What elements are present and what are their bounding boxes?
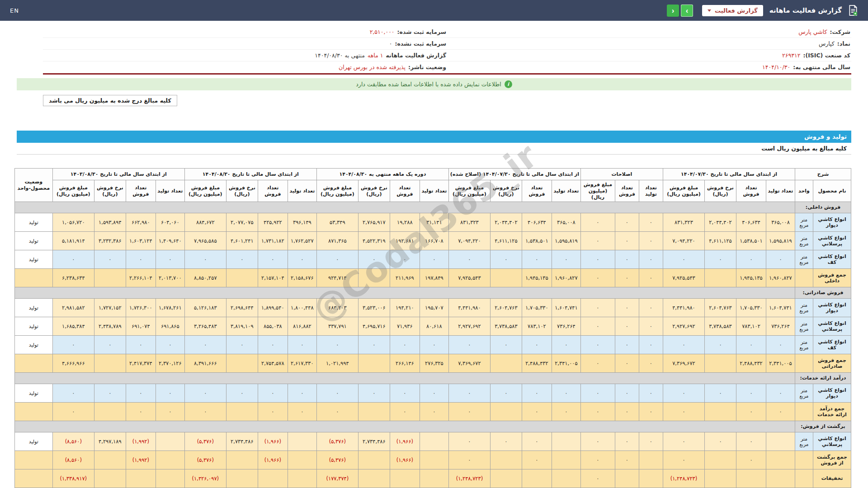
product-name-header: نام محصول	[813, 180, 851, 202]
value-cell: ۰	[580, 250, 615, 269]
info-row-symbol: نماد: کپارس	[447, 38, 851, 50]
value-cell: ۰	[615, 384, 639, 403]
value-cell: ۰	[663, 384, 704, 403]
info-icon: i	[505, 80, 512, 88]
product-name-cell: انواع کاشي کف	[813, 250, 851, 269]
value-cell	[358, 469, 390, 488]
value-cell: ۲,۴۸۸,۴۳۲	[522, 354, 552, 373]
value-cell: ۰	[316, 336, 358, 354]
top-bar: گزارش فعالیت ماهانه گزارش فعالیت › ‹ EN	[0, 0, 868, 21]
info-row-issuer-status: وضعیت ناشر: پذیرفته شده در بورس تهران	[43, 61, 447, 73]
info-row-fiscal-year-end: سال مالی منتهی به: ۱۴۰۴/۱۰/۳۰	[447, 61, 851, 73]
value-cell: ۰	[615, 403, 639, 421]
value-cell: ۰	[522, 384, 552, 403]
value-cell: ۳,۸۱۹,۱۰۹	[226, 317, 258, 336]
value-cell: ۰	[615, 232, 639, 250]
value-cell	[420, 451, 448, 469]
section-row: فروش داخلی:	[14, 202, 851, 213]
value-cell: (۵,۳۷۶)	[316, 432, 358, 451]
info-row-company: شرکت: کاشي پارس	[447, 26, 851, 38]
value-cell: ۰	[490, 336, 522, 354]
value-cell: ۰	[288, 403, 316, 421]
previous-report-button[interactable]: ‹	[667, 5, 679, 17]
value-cell: ۰	[126, 336, 156, 354]
value-cell: ۱,۶۷۸,۲۶۱	[156, 299, 184, 317]
table-row: انواع کاشي پرسلانيمتر مربع۱,۵۹۵,۸۱۹۱,۵۳۸…	[14, 232, 851, 250]
value-cell: ۱,۹۶۰,۸۲۷	[766, 269, 795, 287]
report-type-dropdown[interactable]: گزارش فعالیت	[702, 5, 763, 16]
value-cell: ۰	[736, 403, 766, 421]
value-cell	[552, 432, 580, 451]
info-label: گزارش فعالیت ماهانه	[386, 52, 446, 59]
value-cell: ۱,۷۳۱,۱۸۲	[258, 232, 288, 250]
value-cell	[288, 469, 316, 488]
sale-amount-header: مبلغ فروش (میلیون ریال)	[663, 180, 704, 202]
value-cell	[420, 469, 448, 488]
company-info-section: شرکت: کاشي پارس سرمایه ثبت شده: ۲,۵۱۰,۰۰…	[43, 26, 851, 75]
value-cell	[358, 403, 390, 421]
symbol-link[interactable]: کپارس	[819, 40, 835, 47]
value-cell: ۰	[448, 403, 490, 421]
value-cell: ۷,۹۲۵,۵۴۳	[448, 269, 490, 287]
next-report-button[interactable]: ›	[681, 5, 693, 17]
value-cell	[639, 469, 663, 488]
section-label: فروش داخلی:	[795, 202, 851, 213]
value-cell: ۰	[552, 384, 580, 403]
value-cell: ۰	[522, 336, 552, 354]
product-name-cell: انواع کاشي دیوار	[813, 213, 851, 232]
company-link[interactable]: کاشي پارس	[798, 28, 827, 35]
period-group-header: از ابتدای سال مالی تا تاریخ ۱۴۰۴/۰۷/۳۰ (…	[448, 169, 580, 180]
value-cell: ۲۶۶,۱۴۶	[390, 354, 420, 373]
language-toggle-en[interactable]: EN	[10, 7, 19, 14]
section-label: برگشت از فروش:	[795, 421, 851, 432]
value-cell: ۰	[258, 384, 288, 403]
value-cell: ۰	[705, 432, 736, 451]
value-cell: ۰	[580, 432, 615, 451]
value-cell: ۰	[316, 384, 358, 403]
value-cell: ۸۱۶,۸۸۲	[288, 317, 316, 336]
value-cell: ۰	[390, 336, 420, 354]
value-cell: (۱,۹۶۶)	[258, 451, 288, 469]
value-cell	[705, 451, 736, 469]
value-cell: ۰	[615, 317, 639, 336]
value-cell: ۴۰۶,۶۳۴	[736, 213, 766, 232]
report-document-icon[interactable]	[848, 5, 858, 16]
value-cell: ۴,۴۴۱,۹۸۰	[448, 299, 490, 317]
value-cell: ۱۹۷,۸۴۹	[420, 269, 448, 287]
product-status-header: وضعیت محصول-واحد	[14, 169, 52, 202]
isic-code-value: ۲۶۹۳۱۲	[782, 52, 800, 59]
value-cell: ۳,۲۳۲,۳۸۶	[94, 232, 126, 250]
value-cell	[766, 432, 795, 451]
unit-cell: متر مربع	[795, 432, 813, 451]
value-cell: ۰	[705, 384, 736, 403]
value-cell: ۰	[736, 451, 766, 469]
value-cell: ۴,۶۶۶,۹۶۶	[52, 354, 94, 373]
value-cell: ۰	[552, 403, 580, 421]
value-cell: ۰	[615, 269, 639, 287]
sale-rate-header: نرخ فروش (ریال)	[705, 180, 736, 202]
value-cell: ۰	[226, 336, 258, 354]
value-cell: ۴,۶۱۱,۱۲۵	[490, 232, 522, 250]
value-cell: ۰	[358, 250, 390, 269]
info-row-isic-code: کد صنعت (ISIC): ۲۶۹۳۱۲	[447, 50, 851, 61]
value-cell: ۵,۱۸۱,۹۱۴	[52, 232, 94, 250]
info-row-registered-capital: سرمایه ثبت شده: ۲,۵۱۰,۰۰۰	[43, 26, 447, 38]
value-cell: ۰	[156, 250, 184, 269]
value-cell: ۱,۰۵۶,۷۲۰	[52, 213, 94, 232]
value-cell: ۴,۴۴۱,۹۸۰	[663, 299, 704, 317]
value-cell: ۰	[639, 269, 663, 287]
value-cell: ۲,۴۳۸,۷۸۹	[94, 317, 126, 336]
value-cell: (۱,۹۶۶)	[390, 451, 420, 469]
sale-amount-header: مبلغ فروش (میلیون ریال)	[580, 180, 615, 202]
value-cell	[705, 354, 736, 373]
value-cell: ۰	[766, 250, 795, 269]
report-period-value: ۱ ماهه	[368, 52, 383, 59]
value-cell: ۰	[288, 336, 316, 354]
value-cell: ۰	[663, 336, 704, 354]
value-cell: ۲,۶۰۴,۷۶۳	[705, 299, 736, 317]
value-cell: ۰	[580, 384, 615, 403]
value-cell: ۱,۹۴۵,۱۳۵	[522, 269, 552, 287]
value-cell: ۲۷۶,۳۲۵	[420, 354, 448, 373]
value-cell: ۳,۲۶۵,۴۸۳	[184, 317, 226, 336]
value-cell: ۰	[552, 336, 580, 354]
